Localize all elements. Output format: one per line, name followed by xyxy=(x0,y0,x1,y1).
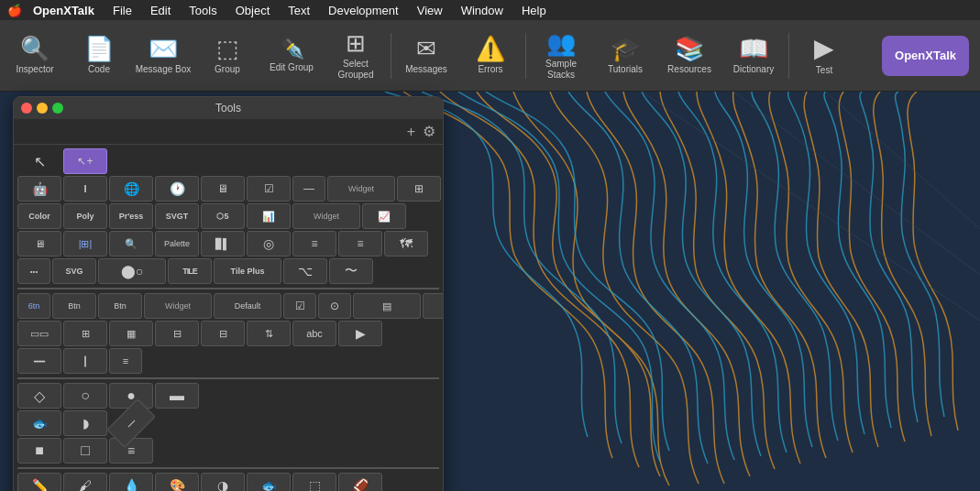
dash-widget[interactable]: — xyxy=(292,176,325,202)
title-widget[interactable]: ◁ Title ▷ xyxy=(443,176,444,202)
split-tool[interactable]: ⊟ xyxy=(201,321,245,346)
arrow-tool[interactable]: ↖ xyxy=(17,148,61,174)
toolbar-group[interactable]: ⬚ Group xyxy=(196,24,259,88)
toolbar-test[interactable]: ▶ Test xyxy=(793,24,855,88)
toolbar-edit-group[interactable]: ✒️ Edit Group xyxy=(260,24,323,88)
map-tool[interactable]: 🗺 xyxy=(384,231,428,256)
toolbar-sample-stacks[interactable]: 👥 Sample Stacks xyxy=(530,24,592,88)
window-tool[interactable]: ▤ xyxy=(353,293,421,319)
android-widget[interactable]: 🤖 xyxy=(17,176,61,202)
html5-tool[interactable]: ⬡5 xyxy=(201,203,245,229)
circle-outline[interactable]: ○ xyxy=(63,383,107,409)
group-tool[interactable]: |⊞| xyxy=(63,231,107,256)
layout-tool[interactable]: ⊟ xyxy=(155,321,199,346)
palette-tool[interactable]: Palette xyxy=(155,231,199,256)
add-tool-button[interactable]: + xyxy=(407,123,415,140)
grid-widget[interactable]: ⊞ xyxy=(397,176,441,202)
openxtalk-button[interactable]: OpenXTalk xyxy=(882,36,969,76)
fish-tool[interactable]: 🐟 xyxy=(17,410,61,436)
checkbox-widget[interactable]: ☑ xyxy=(247,176,291,202)
square-outline[interactable]: □ xyxy=(63,438,107,464)
menu-text[interactable]: Text xyxy=(281,2,317,19)
toggle-tool[interactable]: ⬤○ xyxy=(98,258,166,284)
toolbar-tutorials[interactable]: 🎓 Tutorials xyxy=(594,24,656,88)
menu-view[interactable]: View xyxy=(410,2,450,19)
spin-tool[interactable]: ⇅ xyxy=(247,321,291,346)
fish2-tool[interactable]: 🐟 xyxy=(247,473,291,491)
screen-widget[interactable]: 🖥 xyxy=(201,176,245,202)
barcode-tool[interactable]: ▊▌ xyxy=(201,231,245,256)
branch-tool[interactable]: ⌥ xyxy=(283,258,327,284)
toolbar-dictionary[interactable]: 📖 Dictionary xyxy=(722,24,785,88)
hstack-tool[interactable]: ▭▭ xyxy=(17,321,61,346)
chart2-tool[interactable]: 📈 xyxy=(362,203,406,229)
lines-tool[interactable]: ≡ xyxy=(109,438,153,464)
svg-text-tool[interactable]: SVGT xyxy=(155,203,199,229)
menu-development[interactable]: Development xyxy=(321,2,406,19)
spinner-tool[interactable]: ◎ xyxy=(247,231,291,256)
text-field-widget[interactable]: I xyxy=(63,176,107,202)
scrollbar-v[interactable]: ┃ xyxy=(63,348,107,374)
close-button[interactable] xyxy=(21,103,32,114)
minimize-button[interactable] xyxy=(37,103,48,114)
oval-tool[interactable]: 🏈 xyxy=(338,473,382,491)
stack-tool[interactable]: 🖥 xyxy=(17,231,61,256)
pencil-tool[interactable]: ✏️ xyxy=(17,473,61,491)
align-left-tool[interactable]: ≡ xyxy=(292,231,336,256)
menu-edit[interactable]: Edit xyxy=(143,2,178,19)
color-tool[interactable]: Color xyxy=(17,203,61,229)
eraser-tool[interactable]: ◑ xyxy=(201,473,245,491)
apple-menu[interactable]: 🍎 xyxy=(7,4,22,17)
menu-window[interactable]: Window xyxy=(454,2,511,19)
tile-plus-tool[interactable]: Tile Plus xyxy=(214,258,281,284)
align-right-tool[interactable]: ≡ xyxy=(338,231,382,256)
dot-tool[interactable]: ••• xyxy=(17,258,50,284)
widget-label-2[interactable]: Widget xyxy=(292,203,360,229)
toolbar-select-grouped[interactable]: ⊞ Select Grouped xyxy=(325,24,387,88)
move-tool[interactable]: ↖+ xyxy=(63,148,107,174)
table-tool[interactable]: ▦ xyxy=(109,321,153,346)
dropper-tool[interactable]: 💧 xyxy=(109,473,153,491)
scrollbar-h[interactable]: ━━ xyxy=(17,348,61,374)
toolbar-errors[interactable]: ⚠️ Errors xyxy=(459,24,522,88)
diamond-shape[interactable]: ◇ xyxy=(17,383,61,409)
list-item-tool[interactable]: ≡ xyxy=(109,348,142,374)
btn-widget[interactable]: Widget xyxy=(144,293,212,319)
menu-tools[interactable]: Tools xyxy=(182,2,224,19)
default-btn[interactable]: Default xyxy=(214,293,281,319)
check-tool[interactable]: ☑ xyxy=(283,293,316,319)
toolbar-messages[interactable]: ✉ Messages xyxy=(395,24,457,88)
wave-tool[interactable]: 〜 xyxy=(329,258,373,284)
rect-shape[interactable]: ▬ xyxy=(155,383,199,409)
paint-tool[interactable]: 🎨 xyxy=(155,473,199,491)
toolbar-code[interactable]: 📄 Code xyxy=(68,24,130,88)
chart-tool[interactable]: 📊 xyxy=(247,203,291,229)
tile-tool[interactable]: TILE xyxy=(168,258,212,284)
search-tool[interactable]: 🔍 xyxy=(109,231,153,256)
btn-tool-3[interactable]: Btn xyxy=(98,293,142,319)
toolbar-message-box[interactable]: ✉️ Message Box xyxy=(132,24,194,88)
menu-help[interactable]: Help xyxy=(514,2,554,19)
toolbar-inspector[interactable]: 🔍 Inspector xyxy=(4,24,66,88)
arc-tool[interactable]: ◗ xyxy=(63,410,107,436)
square-filled[interactable]: ■ xyxy=(17,438,61,464)
select-rect-tool[interactable]: ⬚ xyxy=(292,473,336,491)
press-tool[interactable]: Pr'ess xyxy=(109,203,153,229)
svg-tool[interactable]: SVG xyxy=(52,258,96,284)
maximize-button[interactable] xyxy=(52,103,63,114)
toolbar-resources[interactable]: 📚 Resources xyxy=(658,24,721,88)
grid-tool[interactable]: ⊞ xyxy=(63,321,107,346)
label-tool[interactable]: label: xyxy=(423,293,444,319)
settings-button[interactable]: ⚙ xyxy=(423,123,435,140)
clock-widget[interactable]: 🕐 xyxy=(155,176,199,202)
internet-widget[interactable]: 🌐 xyxy=(109,176,153,202)
menu-file[interactable]: File xyxy=(105,2,139,19)
widget-label[interactable]: Widget xyxy=(327,176,395,202)
btn-tool-2[interactable]: Btn xyxy=(52,293,96,319)
text-tool[interactable]: abc xyxy=(292,321,336,346)
play-tool[interactable]: ▶ xyxy=(338,321,382,346)
menu-object[interactable]: Object xyxy=(228,2,278,19)
btn-tool-1[interactable]: 6tn xyxy=(17,293,50,319)
brush-tool[interactable]: 🖌 xyxy=(63,473,107,491)
poly-tool[interactable]: Poly xyxy=(63,203,107,229)
